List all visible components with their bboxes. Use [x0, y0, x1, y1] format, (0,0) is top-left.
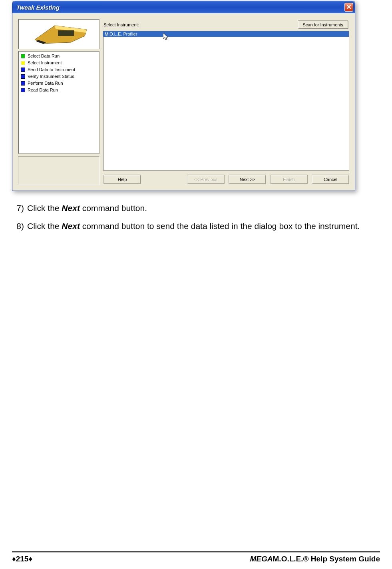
step-item: Perform Data Run [21, 80, 97, 87]
svg-rect-2 [58, 30, 74, 36]
cancel-button[interactable]: Cancel [312, 175, 349, 184]
step-label: Read Data Run [28, 87, 58, 93]
close-icon [346, 4, 351, 11]
step-status-icon [21, 54, 25, 58]
step-number: 7) [12, 202, 27, 214]
instrument-list-item-selected[interactable]: M.O.L.E. Profiler [103, 31, 349, 37]
step-status-icon [21, 81, 25, 86]
step-label: Select Data Run [28, 53, 60, 59]
tweak-existing-dialog: Tweak Existing [12, 1, 355, 191]
help-button[interactable]: Help [103, 175, 141, 184]
select-instrument-label: Select Instrument: [103, 22, 139, 27]
step-label: Perform Data Run [28, 80, 63, 86]
step-item: Verify Instrument Status [21, 73, 97, 80]
step-item: Select Instrument [21, 60, 97, 66]
scan-for-instruments-button[interactable]: Scan for Instruments [298, 20, 349, 29]
step-item: Read Data Run [21, 87, 97, 94]
previous-button: << Previous [187, 175, 225, 184]
page-footer: ♦215♦ MEGAM.O.L.E.® Help System Guide [12, 551, 380, 563]
window-title: Tweak Existing [16, 4, 60, 11]
finish-button: Finish [270, 175, 308, 184]
step-label: Send Data to Instrument [28, 67, 75, 73]
guide-title: MEGAM.O.L.E.® Help System Guide [250, 555, 380, 563]
step-status-icon [21, 68, 25, 72]
next-button[interactable]: Next >> [229, 175, 266, 184]
step-status-icon [21, 61, 25, 65]
device-thumbnail [18, 19, 99, 49]
step-status-icon [21, 88, 25, 92]
wizard-steps-panel: Select Data Run Select Instrument Send D… [18, 51, 99, 154]
instruction-text: 7) Click the Next command button. 8) Cli… [12, 202, 380, 232]
titlebar[interactable]: Tweak Existing [12, 1, 355, 13]
close-button[interactable] [344, 3, 353, 12]
instrument-listbox[interactable]: M.O.L.E. Profiler [103, 31, 349, 171]
step-label: Verify Instrument Status [28, 74, 74, 80]
step-item: Select Data Run [21, 53, 97, 60]
step-number: 8) [12, 220, 27, 232]
sidebar-info-panel [18, 156, 99, 185]
page-number: ♦215♦ [12, 555, 32, 563]
step-label: Select Instrument [28, 60, 62, 66]
step-status-icon [21, 74, 25, 79]
step-item: Send Data to Instrument [21, 66, 97, 73]
